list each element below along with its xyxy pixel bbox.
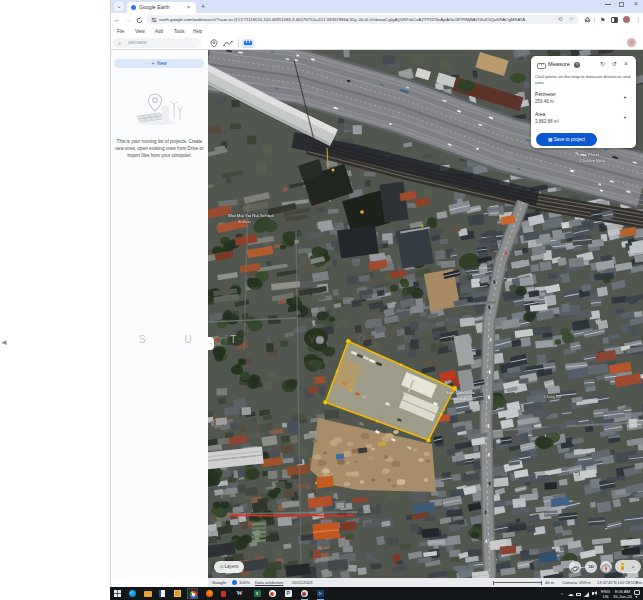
svg-text:Thang Phiset: Thang Phiset: [576, 152, 600, 157]
svg-text:Suthsia: Suthsia: [238, 220, 252, 224]
svg-text:Chalerm Maha: Chalerm Maha: [580, 158, 606, 163]
svg-text:Wat Mai Yai Nui School: Wat Mai Yai Nui School: [228, 213, 274, 218]
svg-text:Hand made crafts: Hand made crafts: [450, 397, 476, 401]
svg-text:Siam Craft Studio: Siam Craft Studio: [446, 391, 475, 395]
svg-text:Chong Kol: Chong Kol: [544, 395, 561, 399]
